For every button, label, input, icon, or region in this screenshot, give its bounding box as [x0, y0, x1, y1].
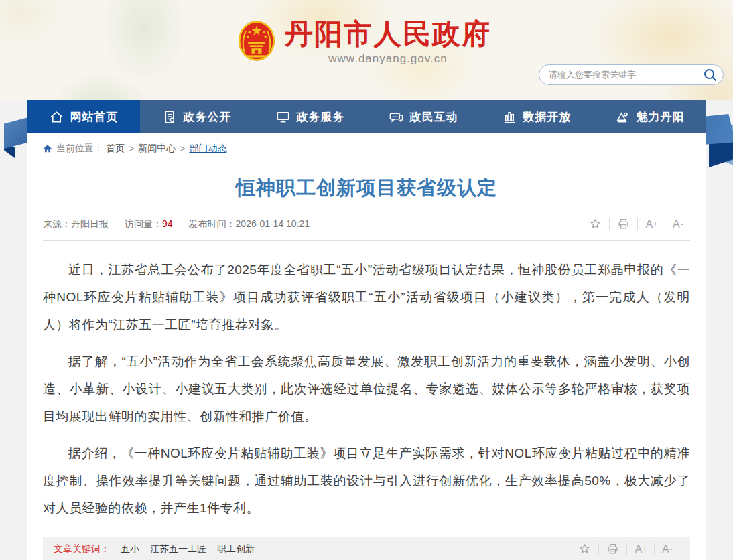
article-title: 恒神职工创新项目获省级认定 [43, 175, 690, 202]
content-area: 当前位置： 首页 > 新闻中心 > 部门动态 恒神职工创新项目获省级认定 来源：… [27, 133, 706, 560]
article-paragraph: 据介绍，《一种NOL环应变片粘贴辅助工装》项目立足生产实际需求，针对NOL环应变… [43, 439, 690, 522]
site-logo[interactable]: 丹阳市人民政府 www.danyang.gov.cn [238, 19, 491, 66]
nav-item-interaction[interactable]: 政民互动 [366, 100, 480, 133]
breadcrumb-link-news-center[interactable]: 新闻中心 [138, 143, 176, 155]
keyword-bar: 文章关键词： 五小 江苏五一工匠 职工创新 A+ A- [43, 537, 690, 560]
search-input[interactable] [549, 70, 703, 80]
printer-icon [617, 218, 630, 230]
nav-item-charm-danyang[interactable]: 魅力丹阳 [593, 100, 706, 133]
keywords-label: 文章关键词： [54, 543, 110, 555]
site-title-group: 丹阳市人民政府 www.danyang.gov.cn [285, 19, 491, 66]
font-larger-button[interactable]: A+ [626, 543, 654, 555]
font-smaller-button[interactable]: A- [654, 543, 679, 555]
site-url: www.danyang.gov.cn [285, 52, 491, 66]
search-box[interactable] [539, 64, 724, 85]
site-header: 丹阳市人民政府 www.danyang.gov.cn [0, 0, 733, 100]
bar-chart-icon [502, 109, 517, 125]
breadcrumb-separator: > [129, 143, 134, 154]
printer-icon [606, 543, 619, 555]
nav-item-label: 政民互动 [410, 109, 458, 125]
article-body: 近日，江苏省总工会公布了2025年度全省职工“五小”活动省级项目认定结果，恒神股… [43, 241, 690, 524]
views-count: 94 [162, 218, 173, 229]
national-emblem-icon [238, 20, 275, 62]
chat-icon [389, 109, 404, 125]
print-button[interactable] [609, 218, 637, 230]
breadcrumb-home-icon [43, 144, 52, 153]
main-nav: 网站首页 政务公开 政务服务 政民互动 [27, 100, 706, 133]
article-toolbar-bottom: A+ A- [571, 543, 679, 555]
breadcrumb-label: 当前位置： [56, 143, 103, 155]
keyword-link[interactable]: 五小 [121, 543, 139, 555]
favorite-button[interactable] [582, 218, 609, 230]
scenery-icon [615, 109, 630, 125]
monitor-icon [275, 109, 291, 125]
meta-source: 来源：丹阳日报 [43, 218, 109, 230]
font-larger-button[interactable]: A+ [637, 218, 665, 230]
meta-publish-time: 发布时间：2026-01-14 10:21 [189, 218, 310, 230]
keyword-link[interactable]: 职工创新 [217, 543, 255, 555]
nav-item-label: 网站首页 [70, 109, 119, 125]
main-nav-wrapper: 网站首页 政务公开 政务服务 政民互动 [27, 100, 706, 133]
meta-views: 访问量：94 [125, 218, 173, 230]
article-paragraph: 据了解，“五小”活动作为全省工会系统聚焦高质量发展、激发职工创新活力的重要载体，… [43, 348, 690, 430]
home-icon [49, 109, 64, 125]
nav-item-label: 数据开放 [523, 109, 572, 125]
nav-item-gov-service[interactable]: 政务服务 [253, 100, 366, 133]
site-name: 丹阳市人民政府 [285, 19, 491, 50]
nav-item-open-data[interactable]: 数据开放 [480, 100, 593, 133]
print-button[interactable] [598, 543, 626, 555]
font-smaller-button[interactable]: A- [665, 218, 690, 230]
star-icon [578, 543, 591, 555]
nav-item-home[interactable]: 网站首页 [27, 100, 140, 133]
nav-item-label: 政务服务 [297, 109, 345, 125]
article-toolbar-top: A+ A- [582, 218, 690, 230]
favorite-button[interactable] [571, 543, 598, 555]
article-meta: 来源：丹阳日报 访问量：94 发布时间：2026-01-14 10:21 A+ … [43, 218, 690, 241]
breadcrumb-link-dept-news[interactable]: 部门动态 [189, 143, 226, 155]
nav-item-gov-info[interactable]: 政务公开 [140, 100, 253, 133]
breadcrumb-link-home[interactable]: 首页 [106, 143, 125, 155]
breadcrumb-separator: > [180, 143, 185, 154]
keyword-link[interactable]: 江苏五一工匠 [150, 543, 206, 555]
nav-item-label: 政务公开 [184, 109, 232, 125]
article-paragraph: 近日，江苏省总工会公布了2025年度全省职工“五小”活动省级项目认定结果，恒神股… [43, 256, 690, 338]
star-icon [589, 218, 602, 230]
document-icon [162, 109, 178, 125]
search-icon [703, 68, 718, 82]
search-button[interactable] [703, 68, 718, 82]
breadcrumb: 当前位置： 首页 > 新闻中心 > 部门动态 [43, 133, 690, 161]
nav-item-label: 魅力丹阳 [637, 109, 685, 125]
